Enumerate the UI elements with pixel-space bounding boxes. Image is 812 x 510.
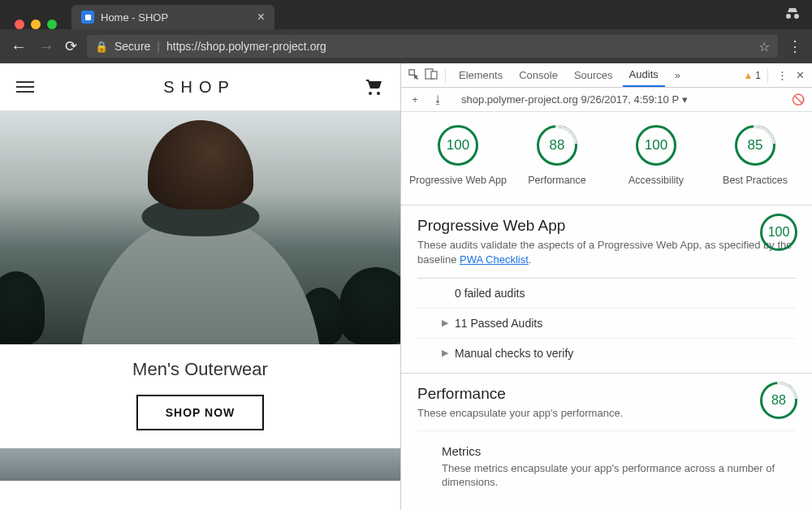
device-toolbar-icon[interactable] <box>424 68 438 82</box>
tab-console[interactable]: Console <box>512 63 564 87</box>
cart-icon[interactable] <box>365 77 384 97</box>
address-bar-row: ← → ⟳ 🔒 Secure | https://shop.polymer-pr… <box>0 29 812 63</box>
disclosure-icon: ▶ <box>442 348 450 358</box>
section-pwa: 100 Progressive Web App These audits val… <box>401 205 812 372</box>
section-gauge-performance: 88 <box>760 382 797 419</box>
section-desc-performance: These encapsulate your app's performance… <box>417 406 796 421</box>
warning-icon: ▲ <box>743 70 753 81</box>
shop-header: SHOP <box>0 63 400 110</box>
shop-logo[interactable]: SHOP <box>163 78 235 97</box>
window-controls <box>6 10 65 29</box>
bookmark-star-icon[interactable]: ☆ <box>758 39 770 54</box>
hero-image <box>0 110 400 344</box>
rendered-page: SHOP Men's Outerwear SHOP NOW <box>0 63 401 510</box>
devtools-panel: Elements Console Sources Audits » ▲ 1 ⋮ … <box>401 63 812 510</box>
metrics-heading: Metrics <box>442 444 796 458</box>
inspect-element-icon[interactable] <box>406 68 421 83</box>
url-text: https://shop.polymer-project.org <box>166 40 326 53</box>
download-report-icon[interactable]: ⭳ <box>430 93 445 106</box>
svg-rect-1 <box>431 71 437 79</box>
score-summary: 100 Progressive Web App 88 Performance 1… <box>401 112 812 205</box>
browser-tab[interactable]: Home - SHOP × <box>71 5 274 29</box>
row-passed-audits[interactable]: ▶ 11 Passed Audits <box>417 308 796 338</box>
gauge-pwa: 100 <box>438 125 478 166</box>
warning-count: 1 <box>755 70 761 81</box>
devtools-menu-icon[interactable]: ⋮ <box>775 69 789 81</box>
section-title-performance: Performance <box>417 385 796 403</box>
devtools-toolbar: Elements Console Sources Audits » ▲ 1 ⋮ … <box>401 63 812 88</box>
score-pwa[interactable]: 100 Progressive Web App <box>409 125 507 187</box>
category-title: Men's Outerwear <box>0 359 400 380</box>
tab-audits[interactable]: Audits <box>623 63 665 87</box>
close-tab-icon[interactable]: × <box>257 10 265 24</box>
tab-title: Home - SHOP <box>101 11 251 24</box>
reload-button[interactable]: ⟳ <box>65 37 77 55</box>
new-audit-icon[interactable]: + <box>408 93 422 106</box>
lock-icon: 🔒 <box>95 41 108 53</box>
audit-run-selector[interactable]: shop.polymer-project.org 9/26/2017, 4:59… <box>461 93 688 106</box>
minimize-window-button[interactable] <box>31 19 41 29</box>
gauge-performance: 88 <box>537 125 577 166</box>
shop-now-button[interactable]: SHOP NOW <box>136 395 265 430</box>
devtools-close-icon[interactable]: ✕ <box>793 69 807 81</box>
close-window-button[interactable] <box>15 19 24 29</box>
browser-chrome: Home - SHOP × ← → ⟳ 🔒 Secure | https://s… <box>0 0 812 63</box>
secure-label: Secure <box>114 40 150 53</box>
separator: | <box>157 40 160 53</box>
section-title-pwa: Progressive Web App <box>417 217 796 235</box>
category-block: Men's Outerwear SHOP NOW <box>0 344 400 448</box>
tab-elements[interactable]: Elements <box>452 63 509 87</box>
section-performance: 88 Performance These encapsulate your ap… <box>401 373 812 499</box>
score-best-practices[interactable]: 85 Best Practices <box>706 125 804 187</box>
metrics-desc: These metrics encapsulate your app's per… <box>442 461 781 490</box>
score-performance[interactable]: 88 Performance <box>508 125 606 187</box>
pwa-checklist-link[interactable]: PWA Checklist <box>460 253 529 266</box>
address-bar[interactable]: 🔒 Secure | https://shop.polymer-project.… <box>87 35 778 58</box>
back-button[interactable]: ← <box>10 37 28 56</box>
gauge-accessibility: 100 <box>636 125 676 166</box>
tab-sources[interactable]: Sources <box>568 63 620 87</box>
audits-body: 100 Progressive Web App 88 Performance 1… <box>401 112 812 510</box>
forward-button[interactable]: → <box>37 37 55 56</box>
next-hero-peek <box>0 448 400 481</box>
score-accessibility[interactable]: 100 Accessibility <box>607 125 705 187</box>
maximize-window-button[interactable] <box>47 19 57 29</box>
incognito-icon <box>784 6 801 24</box>
tab-strip: Home - SHOP × <box>0 0 812 29</box>
disclosure-icon: ▶ <box>442 318 450 328</box>
tab-overflow[interactable]: » <box>668 63 687 87</box>
clear-audits-icon[interactable]: 🚫 <box>791 93 806 106</box>
menu-icon[interactable] <box>16 81 34 93</box>
section-desc-pwa: These audits validate the aspects of a P… <box>417 238 796 267</box>
browser-menu-button[interactable]: ⋮ <box>788 37 802 55</box>
audits-subtoolbar: + ⭳ shop.polymer-project.org 9/26/2017, … <box>401 88 812 112</box>
warnings-badge[interactable]: ▲ 1 <box>743 70 761 81</box>
row-failed-audits[interactable]: 0 failed audits <box>417 278 796 308</box>
row-manual-checks[interactable]: ▶ Manual checks to verify <box>417 338 796 368</box>
content-area: SHOP Men's Outerwear SHOP NOW Elements C… <box>0 63 812 510</box>
favicon-icon <box>81 11 94 24</box>
section-gauge-pwa: 100 <box>760 214 797 251</box>
gauge-best-practices: 85 <box>735 125 775 166</box>
